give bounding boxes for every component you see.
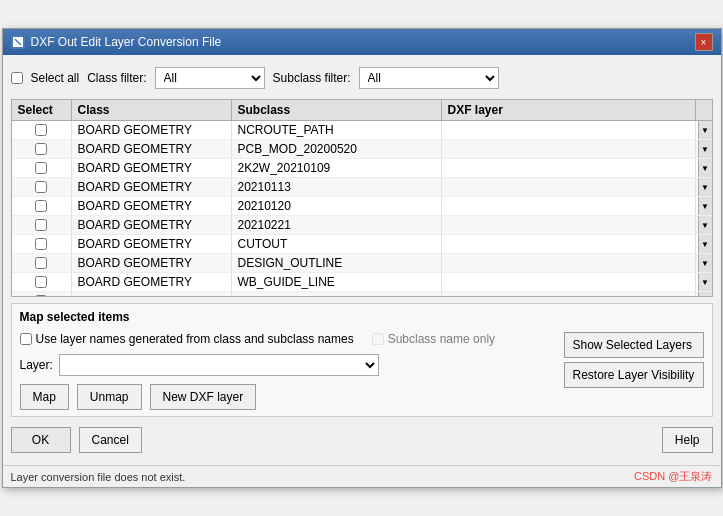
row-dd-8[interactable]: ▼ <box>696 254 712 272</box>
row-dropdown-2[interactable]: ▼ <box>698 140 712 158</box>
row-dropdown-7[interactable]: ▼ <box>698 235 712 253</box>
table-row: BOARD GEOMETRY CUTOUT ▼ <box>12 235 712 254</box>
header-scroll <box>696 100 712 120</box>
row-dd-3[interactable]: ▼ <box>696 159 712 177</box>
row-select-8[interactable] <box>12 254 72 272</box>
row-checkbox-10[interactable] <box>35 295 47 296</box>
map-button[interactable]: Map <box>20 384 69 410</box>
status-message: Layer conversion file does not exist. <box>11 471 186 483</box>
close-button[interactable]: × <box>695 33 713 51</box>
row-dd-7[interactable]: ▼ <box>696 235 712 253</box>
row-subclass-4: 20210113 <box>232 178 442 196</box>
row-class-2: BOARD GEOMETRY <box>72 140 232 158</box>
cancel-button[interactable]: Cancel <box>79 427 142 453</box>
new-dxf-layer-button[interactable]: New DXF layer <box>150 384 257 410</box>
table-row: BOARD GEOMETRY 2K2W_20210109 ▼ <box>12 159 712 178</box>
row-select-2[interactable] <box>12 140 72 158</box>
use-layer-names-row: Use layer names generated from class and… <box>20 332 556 346</box>
row-checkbox-1[interactable] <box>35 124 47 136</box>
class-filter-select[interactable]: All <box>155 67 265 89</box>
row-checkbox-7[interactable] <box>35 238 47 250</box>
row-class-7: BOARD GEOMETRY <box>72 235 232 253</box>
row-dd-5[interactable]: ▼ <box>696 197 712 215</box>
row-subclass-2: PCB_MOD_20200520 <box>232 140 442 158</box>
row-dropdown-8[interactable]: ▼ <box>698 254 712 272</box>
row-dxf-9 <box>442 273 696 291</box>
row-dd-1[interactable]: ▼ <box>696 121 712 139</box>
use-layer-names-label[interactable]: Use layer names generated from class and… <box>20 332 354 346</box>
row-dropdown-6[interactable]: ▼ <box>698 216 712 234</box>
right-buttons: Show Selected Layers Restore Layer Visib… <box>564 332 704 388</box>
row-dropdown-9[interactable]: ▼ <box>698 273 712 291</box>
ok-button[interactable]: OK <box>11 427 71 453</box>
row-checkbox-8[interactable] <box>35 257 47 269</box>
unmap-button[interactable]: Unmap <box>77 384 142 410</box>
class-filter-label: Class filter: <box>87 71 146 85</box>
subclass-filter-label: Subclass filter: <box>273 71 351 85</box>
row-class-9: BOARD GEOMETRY <box>72 273 232 291</box>
bottom-actions: OK Cancel <box>11 427 142 453</box>
subclass-name-only-label[interactable]: Subclass name only <box>372 332 495 346</box>
row-dropdown-3[interactable]: ▼ <box>698 159 712 177</box>
row-select-7[interactable] <box>12 235 72 253</box>
select-all-checkbox[interactable] <box>11 72 23 84</box>
subclass-name-only-checkbox[interactable] <box>372 333 384 345</box>
row-subclass-5: 20210120 <box>232 197 442 215</box>
row-dd-4[interactable]: ▼ <box>696 178 712 196</box>
row-dropdown-5[interactable]: ▼ <box>698 197 712 215</box>
row-checkbox-5[interactable] <box>35 200 47 212</box>
table-row: BOARD GEOMETRY OFF_GRID_AREA ▼ <box>12 292 712 296</box>
row-dd-10[interactable]: ▼ <box>696 292 712 296</box>
table-row: BOARD GEOMETRY NCROUTE_PATH ▼ <box>12 121 712 140</box>
row-dxf-3 <box>442 159 696 177</box>
row-dropdown-10[interactable]: ▼ <box>698 292 712 296</box>
row-checkbox-4[interactable] <box>35 181 47 193</box>
row-dropdown-1[interactable]: ▼ <box>698 121 712 139</box>
row-dxf-10 <box>442 292 696 296</box>
content-area: Select all Class filter: All Subclass fi… <box>3 55 721 465</box>
restore-layer-visibility-button[interactable]: Restore Layer Visibility <box>564 362 704 388</box>
app-icon <box>11 35 25 49</box>
row-select-10[interactable] <box>12 292 72 296</box>
row-select-4[interactable] <box>12 178 72 196</box>
row-class-10: BOARD GEOMETRY <box>72 292 232 296</box>
row-subclass-8: DESIGN_OUTLINE <box>232 254 442 272</box>
row-checkbox-6[interactable] <box>35 219 47 231</box>
titlebar-left: DXF Out Edit Layer Conversion File <box>11 35 222 49</box>
row-dropdown-4[interactable]: ▼ <box>698 178 712 196</box>
row-subclass-6: 20210221 <box>232 216 442 234</box>
row-select-5[interactable] <box>12 197 72 215</box>
subclass-filter-select[interactable]: All <box>359 67 499 89</box>
row-checkbox-9[interactable] <box>35 276 47 288</box>
row-select-6[interactable] <box>12 216 72 234</box>
layer-select[interactable] <box>59 354 379 376</box>
header-dxflayer: DXF layer <box>442 100 696 120</box>
select-all-label: Select all <box>31 71 80 85</box>
row-dd-6[interactable]: ▼ <box>696 216 712 234</box>
row-class-8: BOARD GEOMETRY <box>72 254 232 272</box>
row-subclass-1: NCROUTE_PATH <box>232 121 442 139</box>
row-select-1[interactable] <box>12 121 72 139</box>
table-header: Select Class Subclass DXF layer <box>12 100 712 121</box>
map-section: Map selected items Use layer names gener… <box>11 303 713 417</box>
row-dxf-8 <box>442 254 696 272</box>
show-selected-layers-button[interactable]: Show Selected Layers <box>564 332 704 358</box>
row-class-5: BOARD GEOMETRY <box>72 197 232 215</box>
svg-line-1 <box>15 39 21 45</box>
row-checkbox-2[interactable] <box>35 143 47 155</box>
bottom-row: OK Cancel Help <box>11 423 713 457</box>
layer-table: Select Class Subclass DXF layer BOARD GE… <box>11 99 713 297</box>
row-subclass-9: WB_GUIDE_LINE <box>232 273 442 291</box>
row-select-3[interactable] <box>12 159 72 177</box>
action-buttons: Map Unmap New DXF layer <box>20 384 556 410</box>
row-dd-9[interactable]: ▼ <box>696 273 712 291</box>
window-title: DXF Out Edit Layer Conversion File <box>31 35 222 49</box>
main-window: DXF Out Edit Layer Conversion File × Sel… <box>2 28 722 488</box>
row-checkbox-3[interactable] <box>35 162 47 174</box>
table-row: BOARD GEOMETRY 20210221 ▼ <box>12 216 712 235</box>
help-button[interactable]: Help <box>662 427 713 453</box>
row-select-9[interactable] <box>12 273 72 291</box>
use-layer-names-checkbox[interactable] <box>20 333 32 345</box>
watermark: CSDN @王泉涛 <box>634 469 712 484</box>
row-dd-2[interactable]: ▼ <box>696 140 712 158</box>
